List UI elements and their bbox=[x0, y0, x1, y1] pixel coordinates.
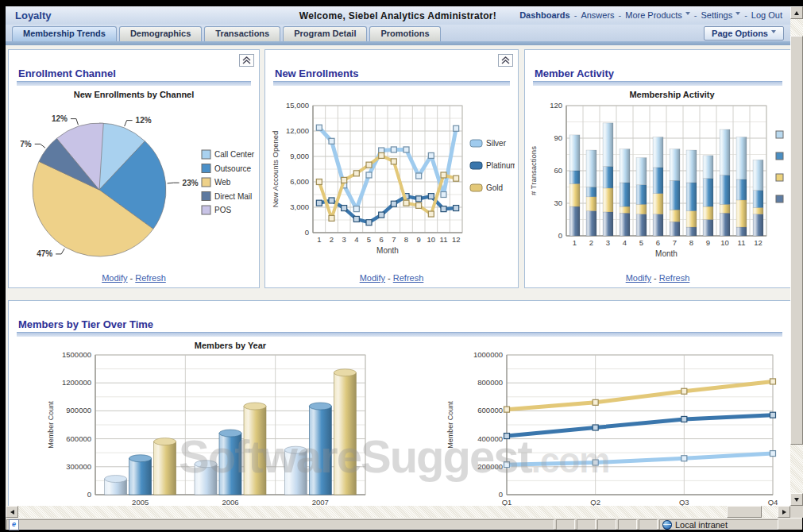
svg-text:900000: 900000 bbox=[66, 406, 91, 414]
svg-text:300000: 300000 bbox=[66, 462, 91, 471]
svg-text:4: 4 bbox=[354, 235, 358, 244]
svg-text:Member Count: Member Count bbox=[47, 401, 55, 449]
svg-text:1200000: 1200000 bbox=[62, 378, 91, 387]
svg-text:3: 3 bbox=[606, 238, 610, 247]
collapse-panel-icon[interactable] bbox=[498, 54, 513, 67]
svg-text:120: 120 bbox=[550, 101, 562, 110]
svg-text:Members by Year: Members by Year bbox=[195, 341, 267, 350]
dashboard-tabs: Membership TrendsDemographicsTransaction… bbox=[12, 26, 441, 41]
panel-title-rule bbox=[533, 81, 782, 86]
panel-members-by-tier: Members by Tier Over Time 03000006000009… bbox=[8, 300, 790, 506]
tab-program-detail[interactable]: Program Detail bbox=[283, 26, 367, 41]
svg-text:10: 10 bbox=[720, 238, 729, 247]
svg-text:0: 0 bbox=[305, 228, 309, 237]
scroll-down-button[interactable] bbox=[790, 493, 803, 506]
tab-membership-trends[interactable]: Membership Trends bbox=[12, 26, 117, 41]
svg-text:1500000: 1500000 bbox=[62, 350, 91, 359]
svg-text:4: 4 bbox=[623, 238, 627, 247]
svg-text:Q1: Q1 bbox=[502, 498, 512, 506]
status-bar: e Local intranet bbox=[6, 518, 802, 530]
refresh-link[interactable]: Refresh bbox=[659, 273, 690, 283]
svg-text:400000: 400000 bbox=[477, 434, 503, 443]
vertical-scrollbar-thumb[interactable] bbox=[790, 36, 803, 445]
security-zone-label: Local intranet bbox=[675, 520, 728, 530]
tab-demographics[interactable]: Demographics bbox=[119, 26, 202, 41]
panel-links: Modify-Refresh bbox=[9, 273, 259, 283]
nav-separator: - bbox=[574, 10, 577, 20]
horizontal-scrollbar-thumb[interactable] bbox=[727, 506, 762, 518]
scroll-left-button[interactable] bbox=[6, 506, 18, 518]
refresh-link[interactable]: Refresh bbox=[135, 273, 166, 283]
tab-transactions[interactable]: Transactions bbox=[204, 26, 280, 41]
modify-link[interactable]: Modify bbox=[626, 273, 651, 283]
nav-log-out[interactable]: Log Out bbox=[751, 10, 782, 20]
svg-text:12,000: 12,000 bbox=[286, 126, 309, 135]
svg-text:7: 7 bbox=[392, 235, 396, 244]
svg-text:2006: 2006 bbox=[222, 498, 238, 506]
modify-link[interactable]: Modify bbox=[102, 273, 127, 283]
svg-text:11: 11 bbox=[440, 235, 448, 244]
browser-viewport: Loyalty Welcome, Siebel Analytics Admini… bbox=[0, 0, 803, 532]
chart-title: New Enrollments by Channel bbox=[9, 90, 259, 99]
panel-member-activity: Member Activity Membership Activity 0306… bbox=[524, 49, 790, 288]
nav-separator: - bbox=[694, 10, 697, 20]
panel-title: Member Activity bbox=[535, 67, 614, 79]
nav-dashboards[interactable]: Dashboards bbox=[519, 10, 570, 20]
collapse-panel-icon[interactable] bbox=[239, 54, 254, 67]
svg-text:Outsource: Outsource bbox=[214, 164, 252, 173]
global-nav: Dashboards-Answers-More Products-Setting… bbox=[519, 10, 782, 20]
page-options-button[interactable]: Page Options bbox=[704, 26, 784, 40]
svg-text:Q2: Q2 bbox=[590, 498, 600, 506]
panel-enrollment-channel: Enrollment Channel New Enrollments by Ch… bbox=[8, 49, 260, 288]
svg-text:9: 9 bbox=[706, 238, 710, 247]
svg-text:600000: 600000 bbox=[66, 434, 91, 443]
nav-more-products[interactable]: More Products bbox=[625, 10, 690, 20]
nav-settings[interactable]: Settings bbox=[701, 10, 740, 20]
svg-text:30: 30 bbox=[554, 199, 562, 207]
stacked-bar-chart-membership-activity: 0306090120123456789101112Month# Transact… bbox=[527, 96, 787, 290]
svg-text:0: 0 bbox=[558, 231, 562, 240]
svg-text:7: 7 bbox=[673, 238, 677, 247]
svg-text:6,000: 6,000 bbox=[290, 177, 309, 186]
tab-promotions[interactable]: Promotions bbox=[369, 26, 440, 41]
svg-text:1: 1 bbox=[573, 238, 577, 247]
dashboard-header: Loyalty Welcome, Siebel Analytics Admini… bbox=[6, 6, 790, 25]
status-zone-pane: Local intranet bbox=[659, 519, 778, 530]
double-chevron-up-icon bbox=[499, 55, 512, 66]
svg-text:9: 9 bbox=[417, 235, 421, 244]
svg-text:12: 12 bbox=[754, 238, 762, 247]
chevron-down-icon bbox=[735, 12, 740, 17]
svg-text:3: 3 bbox=[342, 235, 346, 244]
svg-text:8: 8 bbox=[689, 238, 693, 247]
nav-answers[interactable]: Answers bbox=[581, 10, 614, 20]
line-chart-new-enrollments: 03,0006,0009,00012,00015,000123456789101… bbox=[267, 94, 515, 285]
svg-text:Direct Mail: Direct Mail bbox=[214, 192, 252, 201]
status-pane bbox=[556, 519, 575, 530]
svg-text:90: 90 bbox=[554, 133, 562, 142]
svg-text:Month: Month bbox=[655, 249, 678, 258]
panel-title: Members by Tier Over Time bbox=[18, 318, 153, 330]
vertical-scrollbar[interactable] bbox=[790, 6, 803, 506]
svg-text:200000: 200000 bbox=[477, 462, 503, 471]
double-chevron-up-icon bbox=[240, 55, 253, 66]
svg-text:47%: 47% bbox=[37, 249, 52, 258]
scroll-right-button[interactable] bbox=[778, 506, 790, 518]
svg-text:5: 5 bbox=[639, 238, 643, 247]
refresh-link[interactable]: Refresh bbox=[393, 273, 424, 283]
scroll-up-button[interactable] bbox=[790, 6, 803, 19]
svg-text:New Accounts Opened: New Accounts Opened bbox=[271, 131, 280, 208]
chevron-down-icon bbox=[685, 12, 690, 17]
bar-chart-members-by-year: 030000060000090000012000001500000Members… bbox=[20, 339, 401, 506]
svg-text:800000: 800000 bbox=[477, 378, 503, 387]
svg-text:8: 8 bbox=[404, 235, 408, 244]
modify-link[interactable]: Modify bbox=[360, 273, 385, 283]
panel-title: New Enrollments bbox=[275, 67, 358, 79]
status-pane bbox=[618, 519, 637, 530]
svg-text:Q3: Q3 bbox=[679, 498, 689, 506]
svg-text:15,000: 15,000 bbox=[286, 101, 309, 110]
panel-title-rule bbox=[17, 81, 251, 86]
horizontal-scrollbar[interactable] bbox=[6, 506, 790, 518]
svg-text:12%: 12% bbox=[136, 116, 152, 125]
svg-text:2: 2 bbox=[589, 238, 593, 247]
svg-text:1: 1 bbox=[317, 235, 321, 244]
